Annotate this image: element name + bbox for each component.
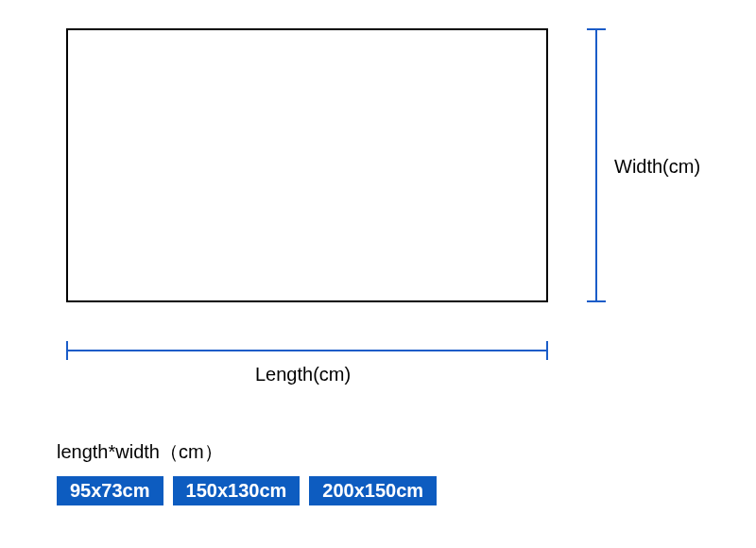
width-label: Width(cm) xyxy=(614,156,700,178)
size-options-row: 95x73cm 150x130cm 200x150cm xyxy=(57,476,437,505)
size-option[interactable]: 150x130cm xyxy=(173,476,301,505)
size-option[interactable]: 200x150cm xyxy=(309,476,437,505)
sizes-section: length*width（cm） 95x73cm 150x130cm 200x1… xyxy=(57,439,437,505)
sizes-title: length*width（cm） xyxy=(57,439,437,465)
width-dimension-line xyxy=(595,28,597,302)
length-label: Length(cm) xyxy=(255,364,351,385)
product-rectangle xyxy=(66,28,548,302)
dimension-diagram: Width(cm) Length(cm) xyxy=(66,28,709,378)
length-dimension-line xyxy=(66,350,548,351)
size-option[interactable]: 95x73cm xyxy=(57,476,163,505)
